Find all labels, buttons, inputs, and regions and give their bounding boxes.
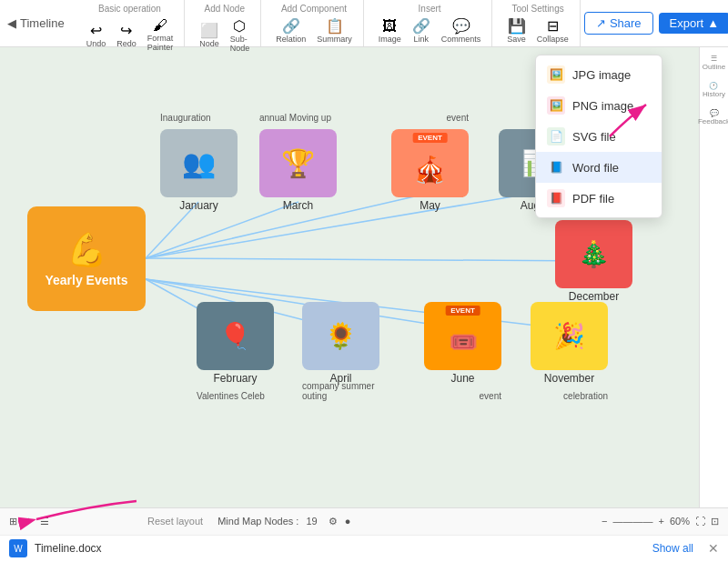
export-jpg-label: JPG image xyxy=(572,68,631,82)
save-button[interactable]: 💾Save xyxy=(503,15,530,45)
back-icon: ◀ xyxy=(7,16,16,30)
node-december: Christmas party 🎄 December xyxy=(555,220,632,303)
node-button[interactable]: ⬜Node xyxy=(196,20,223,50)
march-label: March xyxy=(283,199,313,212)
share-icon: ↗ xyxy=(596,16,606,30)
node-april: 🌻 April company summer outing xyxy=(302,302,379,385)
annotation-may: event xyxy=(447,113,469,123)
show-all-button[interactable]: Show all xyxy=(652,542,693,555)
jpg-icon: 🖼️ xyxy=(547,65,565,84)
toolbar: ◀ Timeline Basic operation ↩Undo ↪Redo 🖌… xyxy=(0,0,728,47)
add-node-section: Add Node ⬜Node ⬡Sub-Node xyxy=(188,0,261,46)
add-component-icons: 🔗Relation 📋Summary xyxy=(272,15,356,45)
add-node-icons: ⬜Node ⬡Sub-Node xyxy=(196,15,253,55)
february-label: February xyxy=(213,372,257,385)
fit-screen-icon[interactable]: ⊡ xyxy=(711,516,719,527)
march-emoji: 🏆 xyxy=(281,147,315,179)
january-label: January xyxy=(179,199,218,212)
basic-operation-icons: ↩Undo ↪Redo 🖌Format Painter xyxy=(83,15,177,54)
zoom-plus[interactable]: + xyxy=(659,516,664,527)
redo-button[interactable]: ↪Redo xyxy=(113,20,140,50)
comments-button[interactable]: 💬Comments xyxy=(438,15,485,45)
reset-layout-btn[interactable]: Reset layout xyxy=(147,516,203,527)
center-node-title: Yearly Events xyxy=(45,273,127,287)
word-icon: 📘 xyxy=(547,158,565,176)
june-label: June xyxy=(450,372,474,385)
export-button[interactable]: Export ▲ xyxy=(659,13,728,34)
june-badge: EVENT xyxy=(445,306,480,316)
zoom-slider[interactable]: ———— xyxy=(613,516,653,527)
june-emoji: 🎟️ xyxy=(449,328,478,356)
zoom-controls: − ———— + 60% ⛶ ⊡ xyxy=(602,516,719,527)
node-january: Inauguration 👥 January xyxy=(160,129,238,212)
november-label: November xyxy=(544,372,594,385)
insert-section: Insert 🖼Image 🔗Link 💬Comments xyxy=(368,0,493,46)
export-word-label: Word file xyxy=(572,161,619,175)
file-name: Timeline.docx xyxy=(35,542,102,555)
svg-line-4 xyxy=(146,258,594,261)
mindmap-nodes-label: Mind Map Nodes : xyxy=(217,516,298,527)
annotation-november: celebration xyxy=(563,391,608,401)
may-badge: EVENT xyxy=(412,133,448,143)
list-icon: ☰ xyxy=(40,516,49,527)
center-node[interactable]: 💪 Yearly Events xyxy=(27,206,146,311)
export-jpg-item[interactable]: 🖼️ JPG image xyxy=(536,59,662,90)
export-pdf-item[interactable]: 📕 PDF file xyxy=(536,183,662,214)
app-title: Timeline xyxy=(20,16,65,30)
node-may: event EVENT 🎪 May xyxy=(391,129,469,212)
sidebar-outline[interactable]: ☰ Outline xyxy=(703,55,725,71)
format-painter-button[interactable]: 🖌Format Painter xyxy=(144,15,177,54)
share-button[interactable]: ↗ Share xyxy=(584,12,653,35)
collapse-button[interactable]: ⊟Collapse xyxy=(533,15,572,45)
pdf-icon: 📕 xyxy=(547,189,565,207)
link-button[interactable]: 🔗Link xyxy=(409,15,434,45)
zoom-minus[interactable]: − xyxy=(602,516,607,527)
back-button[interactable]: ◀ Timeline xyxy=(7,16,65,30)
png-icon: 🖼️ xyxy=(547,96,565,115)
basic-operation-label: Basic operation xyxy=(98,4,161,14)
zoom-level: 60% xyxy=(670,516,690,527)
star-icon: ✦ xyxy=(25,516,33,527)
add-node-label: Add Node xyxy=(204,4,244,14)
bottom-bar: ⊞ ✦ ☰ Reset layout Mind Map Nodes : 19 ⚙… xyxy=(0,507,728,562)
april-emoji: 🌻 xyxy=(325,321,357,351)
sidebar-history[interactable]: 🕐 History xyxy=(703,82,725,98)
history-label: History xyxy=(703,90,725,98)
image-button[interactable]: 🖼Image xyxy=(375,16,405,45)
file-bar: W Timeline.docx Show all ✕ xyxy=(0,536,728,562)
tool-settings-icons: 💾Save ⊟Collapse xyxy=(503,15,572,45)
close-file-button[interactable]: ✕ xyxy=(708,541,719,556)
add-component-label: Add Component xyxy=(281,4,347,14)
status-bar: ⊞ ✦ ☰ Reset layout Mind Map Nodes : 19 ⚙… xyxy=(0,508,728,536)
tool-settings-section: Tool Settings 💾Save ⊟Collapse xyxy=(496,0,581,46)
feedback-label: Feedback xyxy=(698,117,728,125)
canvas: 💪 Yearly Events Inauguration 👥 January a… xyxy=(0,47,699,507)
fullscreen-icon[interactable]: ⛶ xyxy=(695,516,705,527)
toolbar-right: ↗ Share Export ▲ xyxy=(584,12,728,35)
mindmap-nodes-count: 19 xyxy=(306,516,317,527)
add-component-section: Add Component 🔗Relation 📋Summary xyxy=(265,0,364,46)
may-label: May xyxy=(420,199,440,212)
export-icon: ▲ xyxy=(707,16,719,30)
annotation-june: event xyxy=(480,391,501,401)
sidebar-feedback[interactable]: 💬 Feedback xyxy=(698,109,728,125)
relation-button[interactable]: 🔗Relation xyxy=(272,15,309,45)
annotation-january: Inauguration xyxy=(160,113,211,123)
summary-button[interactable]: 📋Summary xyxy=(313,15,356,45)
annotation-february: Valentines Celeb xyxy=(197,391,265,401)
basic-operation-section: Basic operation ↩Undo ↪Redo 🖌Format Pain… xyxy=(76,0,186,46)
december-label: December xyxy=(569,290,619,303)
undo-button[interactable]: ↩Undo xyxy=(83,20,110,50)
november-emoji: 🎉 xyxy=(553,321,585,351)
grid-icon: ⊞ xyxy=(9,516,17,527)
february-emoji: 🎈 xyxy=(219,321,251,351)
export-word-item[interactable]: 📘 Word file xyxy=(536,152,662,183)
settings-icon: ⚙ xyxy=(329,516,338,527)
annotation-april: company summer outing xyxy=(302,381,379,401)
insert-label: Insert xyxy=(419,4,441,14)
annotation-march: annual Moving up xyxy=(259,113,331,123)
file-type-icon: W xyxy=(9,539,27,557)
sub-node-button[interactable]: ⬡Sub-Node xyxy=(227,15,254,55)
node-february: 🎈 February Valentines Celeb xyxy=(197,302,274,385)
may-emoji: 🎪 xyxy=(414,155,446,185)
